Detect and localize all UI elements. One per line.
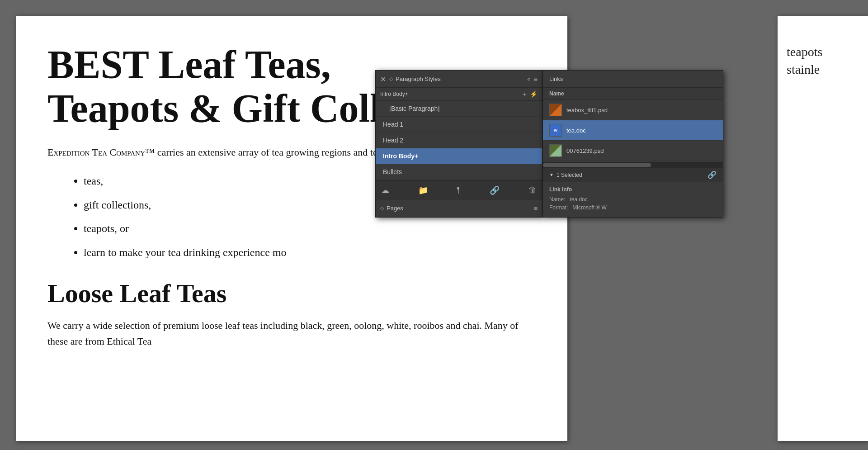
links-info-name-value: tea.doc bbox=[570, 196, 587, 203]
pages-panel-title: Pages bbox=[387, 205, 403, 212]
links-bottom: ▼ 1 Selected 🔗 Link Info Name: tea.doc F… bbox=[543, 162, 723, 217]
links-scrollbar-thumb bbox=[543, 163, 651, 167]
paragraph-icon[interactable]: ¶ bbox=[457, 185, 461, 195]
search-icons: + ⚡ bbox=[523, 90, 538, 98]
links-scrollbar[interactable] bbox=[543, 162, 723, 168]
links-info-name-row: Name: tea.doc bbox=[549, 196, 717, 203]
links-info-title: Link Info bbox=[549, 186, 717, 193]
link-thumb-tea-doc: W bbox=[549, 124, 562, 137]
links-selected-row: ▼ 1 Selected 🔗 bbox=[543, 168, 723, 182]
links-panel: Links Name teabox_tilt1.psd W tea.doc bbox=[542, 70, 723, 218]
folder-icon[interactable]: 📁 bbox=[418, 185, 428, 195]
document-page-right: teapots stainle bbox=[778, 16, 868, 441]
links-info-format-label: Format: bbox=[549, 204, 568, 211]
link-name-tea-doc: tea.doc bbox=[566, 127, 586, 134]
links-chain-icon[interactable]: 🔗 bbox=[708, 171, 717, 179]
selected-count-label: 1 Selected bbox=[557, 172, 582, 178]
panel-header-left: ✕ ◇ Paragraph Styles bbox=[380, 76, 441, 82]
triangle-icon: ▼ bbox=[549, 172, 554, 177]
panels-container: ✕ ◇ Paragraph Styles « ≡ Intro Body+ + ⚡ bbox=[375, 70, 723, 218]
style-item-bullets[interactable]: Bullets bbox=[376, 164, 542, 180]
link-item-tea-doc[interactable]: W tea.doc bbox=[543, 120, 723, 141]
links-info-section: Link Info Name: tea.doc Format: Microsof… bbox=[543, 182, 723, 217]
links-list[interactable]: teabox_tilt1.psd W tea.doc 00761239.psd bbox=[543, 100, 723, 162]
style-item-basic-paragraph[interactable]: [Basic Paragraph] bbox=[376, 101, 542, 117]
pages-panel-header: ◇ Pages ≡ bbox=[376, 200, 542, 217]
links-selected-label: ▼ 1 Selected bbox=[549, 172, 582, 178]
paragraph-styles-panel: ✕ ◇ Paragraph Styles « ≡ Intro Body+ + ⚡ bbox=[375, 70, 542, 218]
panel-menu-icon[interactable]: ≡ bbox=[534, 76, 538, 83]
pages-diamond-icon: ◇ bbox=[380, 205, 384, 211]
link-name-teabox: teabox_tilt1.psd bbox=[566, 107, 608, 114]
links-panel-title: Links bbox=[549, 76, 563, 82]
right-page-text: teapots stainle bbox=[787, 43, 859, 78]
document-section-body: We carry a wide selection of premium loo… bbox=[47, 317, 536, 349]
cloud-icon[interactable]: ☁ bbox=[381, 185, 389, 195]
lightning-icon[interactable]: ⚡ bbox=[530, 90, 538, 98]
links-info-format-value: Microsoft ® W bbox=[572, 204, 607, 211]
diamond-icon: ◇ bbox=[389, 76, 393, 82]
current-style-label: Intro Body+ bbox=[380, 91, 408, 97]
links-column-header: Name bbox=[543, 88, 723, 100]
style-item-head2[interactable]: Head 2 bbox=[376, 133, 542, 148]
panel-toolbar: ☁ 📁 ¶ 🔗 🗑 bbox=[376, 180, 542, 200]
panel-title: Paragraph Styles bbox=[396, 76, 441, 82]
pages-menu-icon[interactable]: ≡ bbox=[534, 205, 538, 212]
link-item-teabox[interactable]: teabox_tilt1.psd bbox=[543, 100, 723, 120]
link-thumb-00761239 bbox=[549, 144, 562, 157]
links-panel-header: Links bbox=[543, 71, 723, 88]
panel-header: ✕ ◇ Paragraph Styles « ≡ bbox=[376, 71, 542, 88]
style-item-intro-body[interactable]: Intro Body+ bbox=[376, 148, 542, 164]
document-section-heading: Loose Leaf Teas bbox=[47, 278, 536, 308]
panel-collapse-icon[interactable]: « bbox=[527, 76, 530, 82]
link-styles-icon[interactable]: 🔗 bbox=[490, 185, 500, 195]
link-item-00761239[interactable]: 00761239.psd bbox=[543, 141, 723, 161]
bullet-item: teapots, or bbox=[84, 217, 536, 241]
styles-list[interactable]: [Basic Paragraph] Head 1 Head 2 Intro Bo… bbox=[376, 101, 542, 180]
links-info-name-label: Name: bbox=[549, 196, 565, 203]
canvas-background: BEST Leaf Teas, Teapots & Gift Collectio… bbox=[0, 0, 868, 450]
style-search-row: Intro Body+ + ⚡ bbox=[376, 88, 542, 101]
style-item-head1[interactable]: Head 1 bbox=[376, 117, 542, 133]
link-thumb-teabox bbox=[549, 104, 562, 116]
link-name-00761239: 00761239.psd bbox=[566, 147, 604, 154]
bullet-item: learn to make your tea drinking experien… bbox=[84, 241, 536, 265]
add-style-button[interactable]: + bbox=[523, 90, 526, 98]
panel-close-button[interactable]: ✕ bbox=[380, 76, 387, 82]
links-info-format-row: Format: Microsoft ® W bbox=[549, 204, 717, 211]
delete-style-icon[interactable]: 🗑 bbox=[528, 185, 537, 195]
